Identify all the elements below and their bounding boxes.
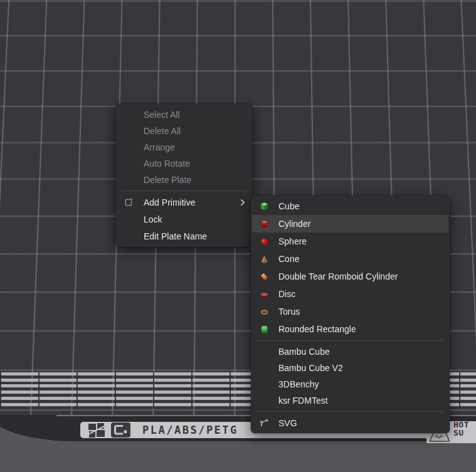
menu-item-label: Add Primitive (144, 197, 195, 207)
chevron-right-icon (240, 199, 245, 206)
plate-logo-icon[interactable] (111, 422, 130, 438)
cylinder-icon (260, 219, 269, 229)
double-tear-romboid-cylinder-icon (260, 272, 269, 281)
submenu-item-bambu-cube[interactable]: Bambu Cube (251, 344, 450, 360)
submenu-item-label: Disc (278, 289, 295, 299)
submenu-item-svg[interactable]: SVG (251, 414, 450, 431)
submenu-item-cylinder[interactable]: Cylinder (252, 215, 448, 233)
menu-item-select-all[interactable]: Select All (115, 107, 253, 123)
submenu-item-label: Torus (278, 307, 300, 317)
context-menu: Select All Delete All Arrange Auto Rotat… (115, 104, 253, 247)
menu-item-arrange[interactable]: Arrange (115, 139, 253, 155)
submenu-item-3dbenchy[interactable]: 3DBenchy (251, 376, 450, 392)
menu-item-add-primitive[interactable]: Add Primitive (115, 194, 253, 211)
submenu-item-label: Sphere (278, 236, 307, 246)
svg-bezier-icon (260, 418, 269, 427)
submenu-item-rounded-rectangle[interactable]: Rounded Rectangle (251, 320, 450, 338)
submenu-item-label: Rounded Rectangle (278, 324, 356, 334)
add-primitive-icon (124, 197, 134, 207)
plate-name-label[interactable]: PLA/ABS/PETG (142, 424, 238, 436)
menu-item-auto-rotate[interactable]: Auto Rotate (115, 155, 253, 172)
plate-settings-icon[interactable] (88, 423, 105, 438)
submenu-separator (257, 340, 443, 341)
menu-item-delete-plate[interactable]: Delete Plate (115, 172, 253, 188)
sphere-icon (260, 237, 269, 246)
submenu-item-label: SVG (278, 418, 297, 428)
cube-icon (260, 202, 269, 211)
rounded-rectangle-icon (260, 325, 269, 334)
menu-separator (122, 191, 246, 191)
torus-icon (260, 307, 269, 317)
submenu-item-label: Cube (278, 201, 299, 211)
menu-item-delete-all[interactable]: Delete All (115, 123, 253, 139)
plate-corner-text: HOT SU (453, 421, 469, 437)
submenu-separator (257, 411, 443, 412)
submenu-item-cube[interactable]: Cube (251, 197, 450, 215)
submenu-item-ksr-fdmtest[interactable]: ksr FDMTest (251, 392, 450, 409)
submenu-item-torus[interactable]: Torus (251, 303, 450, 320)
heated-bed-icon (429, 432, 450, 443)
submenu-item-sphere[interactable]: Sphere (251, 233, 450, 250)
menu-item-lock[interactable]: Lock (115, 211, 253, 228)
submenu-item-cone[interactable]: Cone (251, 250, 450, 268)
disc-icon (260, 290, 269, 299)
add-primitive-submenu: Cube Cylinder Sphere (251, 196, 450, 433)
submenu-item-disc[interactable]: Disc (251, 285, 450, 303)
plate-corner-text-line2: SU (453, 429, 469, 437)
submenu-item-label: Double Tear Romboid Cylinder (278, 271, 398, 281)
submenu-item-double-tear-romboid-cylinder[interactable]: Double Tear Romboid Cylinder (251, 268, 450, 285)
submenu-item-label: Cone (278, 254, 299, 264)
submenu-item-label: Cylinder (278, 219, 310, 229)
cone-icon (260, 254, 269, 264)
submenu-item-bambu-cube-v2[interactable]: Bambu Cube V2 (251, 360, 450, 376)
menu-item-edit-plate-name[interactable]: Edit Plate Name (115, 228, 253, 244)
